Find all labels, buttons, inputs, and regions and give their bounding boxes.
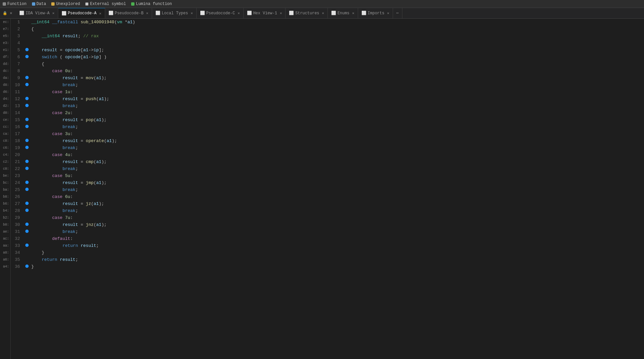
code-line-8[interactable]: case 0u: xyxy=(30,68,644,75)
breakpoint-dot xyxy=(25,55,29,58)
bp-25[interactable] xyxy=(24,186,30,193)
bp-12[interactable] xyxy=(24,95,30,102)
code-line-27[interactable]: result = jz(a1); xyxy=(30,200,644,207)
code-line-30[interactable]: result = jnz(a1); xyxy=(30,221,644,228)
code-line-14[interactable]: case 2u: xyxy=(30,109,644,116)
tab-pseudocode-b[interactable]: ⬜ Pseudocode-B ✕ xyxy=(105,8,152,18)
bp-5[interactable] xyxy=(24,47,30,54)
code-line-31[interactable]: break; xyxy=(30,228,644,235)
close-window-button[interactable]: ✕ xyxy=(9,11,13,16)
bp-16[interactable] xyxy=(24,123,30,130)
tab-hex-view-1-close[interactable]: ✕ xyxy=(280,11,282,15)
bp-19[interactable] xyxy=(24,144,30,151)
code-line-13[interactable]: break; xyxy=(30,102,644,109)
bp-28[interactable] xyxy=(24,207,30,214)
code-line-5[interactable]: result = opcode[a1->ip]; xyxy=(30,47,644,54)
tab-overflow[interactable]: ⋯ xyxy=(393,8,402,18)
line-num-35: 35 xyxy=(11,256,24,263)
tab-pseudocode-c-close[interactable]: ✕ xyxy=(238,11,240,15)
code-line-32[interactable]: default: xyxy=(30,235,644,242)
code-line-1[interactable]: __int64 __fastcall sub_140001940(vm *a1) xyxy=(30,19,644,26)
code-line-3[interactable]: __int64 result; // rax xyxy=(30,33,644,40)
tab-pseudocode-a[interactable]: ⬜ Pseudocode-A ✕ xyxy=(58,8,105,18)
bp-33[interactable] xyxy=(24,242,30,249)
line-num-15: 15 xyxy=(11,116,24,123)
tab-structures[interactable]: ⬜ Structures ✕ xyxy=(286,8,328,18)
tab-pseudocode-b-close[interactable]: ✕ xyxy=(146,11,148,15)
code-line-22[interactable]: break; xyxy=(30,165,644,172)
bp-21[interactable] xyxy=(24,158,30,165)
code-line-7[interactable]: { xyxy=(30,61,644,68)
tab-imports-close[interactable]: ✕ xyxy=(387,11,389,15)
code-line-2[interactable]: { xyxy=(30,26,644,33)
code-line-35[interactable]: return result; xyxy=(30,256,644,263)
tab-ida-view-a[interactable]: ⬜ IDA View-A ✕ xyxy=(16,8,58,18)
bp-3 xyxy=(24,33,30,40)
bp-9[interactable] xyxy=(24,75,30,82)
line-num-33: 33 xyxy=(11,242,24,249)
code-line-25[interactable]: break; xyxy=(30,186,644,193)
bp-18[interactable] xyxy=(24,137,30,144)
code-line-36[interactable]: } xyxy=(30,263,644,270)
code-line-29[interactable]: case 7u: xyxy=(30,214,644,221)
tab-ida-view-a-close[interactable]: ✕ xyxy=(52,11,55,15)
tab-local-types[interactable]: ⬜ Local Types ✕ xyxy=(152,8,197,18)
table-row: 18 result = operate(a1); xyxy=(11,137,644,144)
bp-29 xyxy=(24,214,30,221)
bp-22[interactable] xyxy=(24,165,30,172)
bp-30[interactable] xyxy=(24,221,30,228)
code-line-6[interactable]: switch ( opcode[a1->ip] ) xyxy=(30,54,644,61)
tab-enums-close[interactable]: ✕ xyxy=(352,11,354,15)
bp-13[interactable] xyxy=(24,102,30,109)
bp-24[interactable] xyxy=(24,179,30,186)
code-line-18[interactable]: result = operate(a1); xyxy=(30,137,644,144)
tab-imports[interactable]: ⬜ Imports ✕ xyxy=(358,8,393,18)
tab-enums-label: Enums xyxy=(337,11,349,16)
table-row: 21 result = cmp(a1); xyxy=(11,158,644,165)
tab-structures-close[interactable]: ✕ xyxy=(322,11,324,15)
code-line-33[interactable]: return result; xyxy=(30,242,644,249)
code-line-15[interactable]: result = pop(a1); xyxy=(30,116,644,123)
code-line-19[interactable]: break; xyxy=(30,144,644,151)
code-line-17[interactable]: case 3u: xyxy=(30,130,644,137)
code-line-10[interactable]: break; xyxy=(30,82,644,89)
addr-a8: a8: xyxy=(0,249,10,256)
code-line-16[interactable]: break; xyxy=(30,123,644,130)
bp-36[interactable] xyxy=(24,263,30,270)
addr-c4: c4: xyxy=(0,151,10,158)
table-row: 19 break; xyxy=(11,144,644,151)
editor-area: ec: e7: e5: e3: e1: df: dd: dc: da: d8: … xyxy=(0,19,644,359)
code-line-26[interactable]: case 6u: xyxy=(30,193,644,200)
breakpoint-dot xyxy=(25,181,29,184)
tab-pseudocode-b-label: Pseudocode-B xyxy=(115,11,143,16)
tab-enums[interactable]: ⬜ Enums ✕ xyxy=(328,8,358,18)
table-row: 12 result = push(a1); xyxy=(11,95,644,102)
tab-pseudocode-c-label: Pseudocode-C xyxy=(206,11,235,16)
addr-a6: a6: xyxy=(0,256,10,263)
code-line-21[interactable]: result = cmp(a1); xyxy=(30,158,644,165)
bp-7 xyxy=(24,61,30,68)
tab-overflow-icon: ⋯ xyxy=(396,11,399,16)
code-line-24[interactable]: result = jmp(a1); xyxy=(30,179,644,186)
code-line-23[interactable]: case 5u: xyxy=(30,172,644,179)
external-label: External symbol xyxy=(90,2,126,6)
code-line-9[interactable]: result = mov(a1); xyxy=(30,75,644,82)
line-num-25: 25 xyxy=(11,186,24,193)
tab-hex-view-1[interactable]: ⬜ Hex View-1 ✕ xyxy=(244,8,286,18)
bp-27[interactable] xyxy=(24,200,30,207)
code-line-11[interactable]: case 1u: xyxy=(30,89,644,95)
tab-pseudocode-c[interactable]: ⬜ Pseudocode-C ✕ xyxy=(197,8,244,18)
bp-31[interactable] xyxy=(24,228,30,235)
code-line-12[interactable]: result = push(a1); xyxy=(30,95,644,102)
tab-local-types-close[interactable]: ✕ xyxy=(191,11,193,15)
tab-ida-view-a-icon: ⬜ xyxy=(19,11,24,16)
bp-15[interactable] xyxy=(24,116,30,123)
bp-6[interactable] xyxy=(24,54,30,61)
table-row: 7 { xyxy=(11,61,644,68)
tab-pseudocode-a-close[interactable]: ✕ xyxy=(99,11,102,16)
code-line-20[interactable]: case 4u: xyxy=(30,151,644,158)
code-line-34[interactable]: } xyxy=(30,249,644,256)
code-line-28[interactable]: break; xyxy=(30,207,644,214)
bp-10[interactable] xyxy=(24,82,30,89)
code-container[interactable]: 1 __int64 __fastcall sub_140001940(vm *a… xyxy=(11,19,644,359)
